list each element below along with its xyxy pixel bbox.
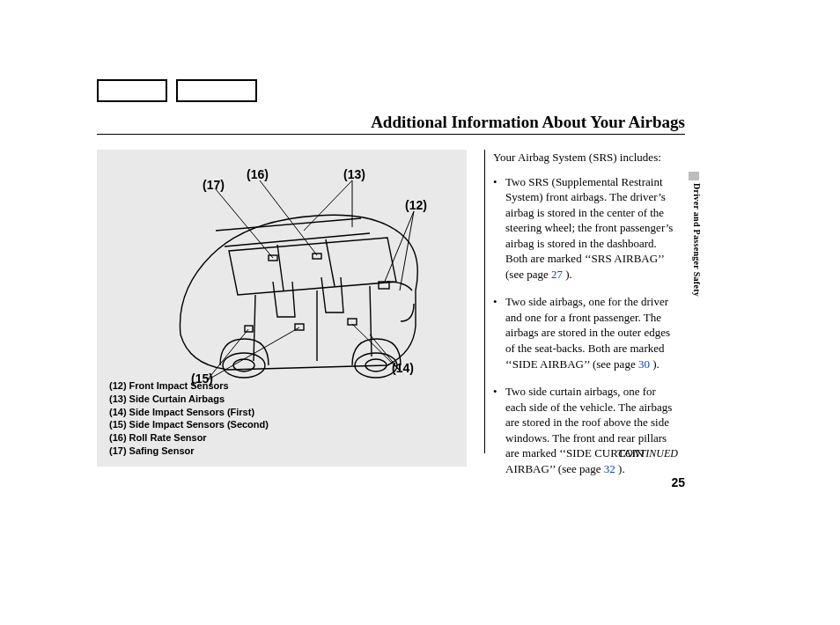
section-label: Driver and Passenger Safety (692, 183, 702, 297)
callout-17: (17) (203, 178, 225, 192)
page-title: Additional Information About Your Airbag… (371, 113, 685, 132)
nav-tab-next[interactable] (176, 79, 257, 102)
page-ref-27[interactable]: 27 (551, 268, 563, 281)
svg-line-18 (260, 180, 317, 255)
b1-text-b: ). (563, 268, 572, 281)
b1-text-a: Two SRS (Supplemental Restraint System) … (505, 175, 673, 281)
page-number: 25 (671, 475, 685, 489)
manual-page: Additional Information About Your Airbag… (0, 0, 840, 625)
section-tab-marker (689, 172, 699, 180)
b2-text-b: ). (650, 357, 659, 371)
svg-rect-5 (348, 319, 357, 325)
intro-line: Your Airbag System (SRS) includes: (493, 150, 678, 165)
nav-tab-prev[interactable] (97, 79, 167, 102)
bullet-side-airbags: Two side airbags, one for the driver and… (493, 294, 678, 371)
page-ref-32[interactable]: 32 (604, 462, 615, 475)
page-ref-30[interactable]: 30 (638, 357, 650, 371)
svg-line-19 (216, 189, 273, 258)
legend-16: (16) Roll Rate Sensor (109, 431, 269, 445)
b3-text-a: Two side curtain airbags, one for each s… (505, 385, 672, 475)
bullet-side-curtain-airbags: Two side curtain airbags, one for each s… (493, 384, 678, 476)
legend-14: (14) Side Impact Sensors (First) (109, 406, 269, 419)
diagram-legend: (12) Front Impact Sensors (13) Side Curt… (109, 379, 269, 458)
callout-13: (13) (343, 167, 365, 181)
callout-14: (14) (392, 361, 414, 375)
callout-12: (12) (405, 198, 427, 212)
title-rule (97, 134, 685, 135)
callout-16: (16) (247, 167, 269, 181)
svg-line-11 (400, 211, 414, 290)
legend-17: (17) Safing Sensor (109, 445, 269, 458)
svg-rect-6 (245, 326, 253, 332)
svg-line-17 (207, 327, 299, 380)
legend-12: (12) Front Impact Sensors (109, 379, 269, 393)
bullet-front-airbags: Two SRS (Supplemental Restraint System) … (493, 174, 678, 283)
svg-rect-8 (313, 254, 321, 259)
legend-15: (15) Side Impact Sensors (Second) (109, 418, 269, 431)
svg-point-0 (223, 353, 265, 378)
continued-label: CONTINUED (493, 447, 678, 460)
svg-line-12 (304, 180, 352, 231)
b3-text-b: ). (615, 462, 625, 475)
airbag-diagram: (12) (13) (14) (15) (16) (17) (12) Front… (97, 150, 467, 467)
svg-line-10 (384, 211, 414, 283)
legend-13: (13) Side Curtain Airbags (109, 393, 269, 406)
body-text: Your Airbag System (SRS) includes: Two S… (493, 150, 678, 489)
column-divider (484, 150, 485, 453)
